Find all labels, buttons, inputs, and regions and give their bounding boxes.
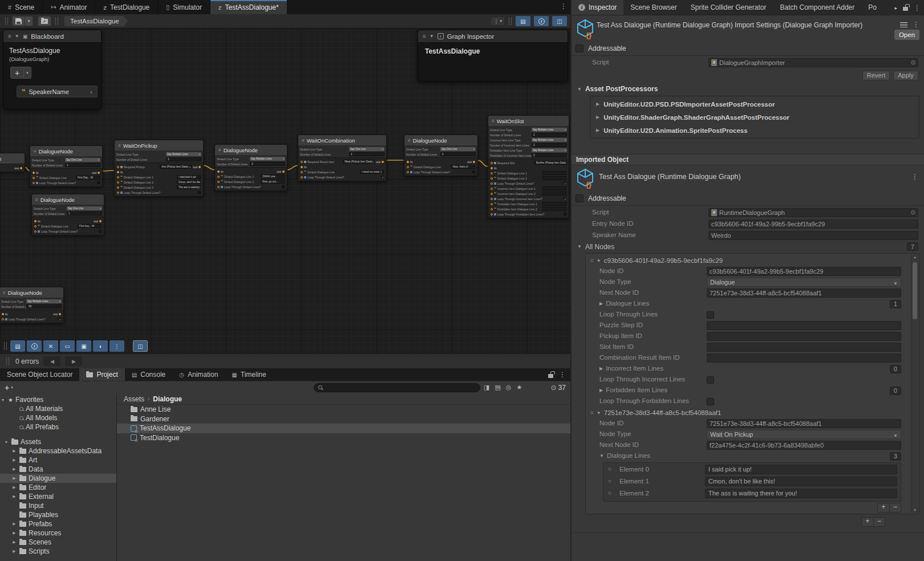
- side-panel-icon[interactable]: ◫: [133, 340, 148, 352]
- count-field[interactable]: 0: [890, 365, 901, 373]
- node-field-input[interactable]: 3: [166, 157, 201, 161]
- output-port[interactable]: [198, 166, 201, 168]
- property-field[interactable]: 7251e73e-38d3-44ff-a8c5-bcf54088aaf1: [707, 288, 901, 298]
- port-dot[interactable]: [407, 166, 409, 168]
- node-field-input[interactable]: 2: [532, 153, 567, 157]
- all-nodes-scrollbar[interactable]: ▲ ▼: [911, 254, 918, 513]
- fold-arrow-icon[interactable]: ▼: [3, 440, 9, 444]
- blackboard-drag-icon[interactable]: ≡: [8, 33, 11, 39]
- node-field-input[interactable]: 2: [532, 143, 567, 147]
- postprocessor-item[interactable]: ▶UnityEditor.U2D.PSD.PSDImporterAssetPos…: [590, 97, 919, 111]
- count-field[interactable]: 3: [890, 452, 901, 461]
- node-field-dropdown[interactable]: Say One Line▾: [67, 206, 102, 210]
- fold-arrow-icon[interactable]: ▼: [597, 410, 601, 416]
- port-dot[interactable]: [491, 188, 493, 190]
- inspector-lock-icon[interactable]: [903, 7, 908, 11]
- node-checkbox[interactable]: ✓: [564, 197, 566, 200]
- file-item-anne-lise[interactable]: Anne Lise: [117, 405, 570, 414]
- property-field[interactable]: f22a475e-4c2f-41c6-9b73-6a83498abfe0: [707, 441, 901, 450]
- blackboard-icon[interactable]: ▣: [76, 340, 91, 352]
- tree-item-assets[interactable]: ▼Assets: [0, 437, 116, 446]
- object-field[interactable]: Meat (Pickup Item Data)⊙: [343, 160, 375, 164]
- row-field[interactable]: Weirdo: [708, 231, 918, 240]
- blackboard-property-speakername[interactable]: “ SpeakerName ‹: [17, 86, 98, 97]
- transition-icon[interactable]: ◗: [93, 340, 108, 352]
- element-value-field[interactable]: I said pick it up!: [705, 465, 897, 474]
- port-dot[interactable]: [491, 203, 493, 205]
- editor-tab-testassdialogue-[interactable]: ƶTestAssDialogue*: [210, 0, 287, 14]
- port-dot[interactable]: [34, 225, 37, 227]
- input-port[interactable]: [2, 313, 4, 315]
- inspector-tab-scene-browser[interactable]: Scene Browser: [623, 0, 683, 15]
- property-dropdown[interactable]: Dialogue▼: [707, 278, 901, 287]
- fold-arrow-icon[interactable]: ▶: [599, 301, 603, 306]
- node-title-bar[interactable]: ≡WaitOnPickup: [115, 140, 203, 151]
- node-title-bar[interactable]: ≡DialogueNode: [404, 135, 477, 145]
- wrench-icon[interactable]: ✕: [43, 340, 58, 352]
- bottom-tab-animation[interactable]: ◷Animation: [172, 368, 225, 381]
- all-nodes-count-field[interactable]: 7: [907, 242, 918, 251]
- graph-breadcrumb[interactable]: TestAssDialogue: [64, 16, 128, 26]
- create-asset-caret[interactable]: ▾: [11, 385, 13, 390]
- node-entry-header[interactable]: =▼c93b5606-401f-49a2-99b5-9ecbf1fa9c29: [586, 255, 910, 266]
- element-value-field[interactable]: Cmon, don't be like this!: [705, 477, 897, 486]
- fold-arrow-icon[interactable]: ▶: [11, 522, 17, 526]
- editor-tab-simulator[interactable]: ▯Simulator: [158, 0, 210, 14]
- fold-arrow-icon[interactable]: ▶: [11, 540, 17, 544]
- property-field[interactable]: 7251e73e-38d3-44ff-a8c5-bcf54088aaf1: [707, 419, 901, 428]
- search-input[interactable]: [325, 384, 476, 391]
- line-text-input[interactable]: First Day... W: [76, 176, 100, 180]
- window-icon[interactable]: ▭: [60, 340, 75, 352]
- graph-node-waitonpickup[interactable]: ≡WaitOnPickupDefault Line TypeSay Multip…: [114, 140, 204, 197]
- port-dot[interactable]: [217, 181, 220, 183]
- imported-object-kebab[interactable]: ⋮: [911, 173, 918, 181]
- node-title-bar[interactable]: ≡DialogueNode: [0, 287, 63, 298]
- input-port[interactable]: [491, 167, 493, 169]
- node-title-bar[interactable]: ≡StartNode: [0, 153, 25, 164]
- node-title-bar[interactable]: ≡WaitOnSlot: [488, 116, 569, 126]
- tree-item-addressableassetsdata[interactable]: ▶AddressableAssetsData: [0, 446, 116, 456]
- property-field[interactable]: [707, 353, 901, 363]
- tree-item-prefabs[interactable]: ▶Prefabs: [0, 519, 116, 529]
- search-by-label-icon[interactable]: ▤: [495, 384, 500, 391]
- property-collapse-icon[interactable]: ‹: [90, 88, 92, 95]
- property-checkbox[interactable]: [707, 376, 714, 384]
- minimap-toggle-icon[interactable]: ◫: [552, 16, 567, 26]
- scroll-up-icon[interactable]: ▲: [913, 255, 917, 259]
- port-dot[interactable]: [491, 193, 493, 195]
- postprocessor-item[interactable]: ▶UnityEditor.ShaderGraph.ShaderGraphAsse…: [590, 111, 919, 124]
- node-field-input[interactable]: 2: [532, 133, 567, 137]
- script-field[interactable]: # DialogueGraphImporter ⊙: [708, 58, 918, 67]
- tree-item-art[interactable]: ▶Art: [0, 456, 116, 465]
- tree-item-editor[interactable]: ▶Editor: [0, 483, 116, 492]
- node-field-dropdown[interactable]: Say Multiple Lines▾: [532, 128, 567, 132]
- node-title-bar[interactable]: ≡DialogueNode: [215, 145, 287, 155]
- favorite-search-icon[interactable]: ★: [516, 384, 522, 391]
- line-text-input[interactable]: Cmon, don't be like this!: [177, 180, 201, 184]
- scroll-down-icon[interactable]: ▼: [913, 509, 917, 512]
- input-port[interactable]: [301, 166, 303, 168]
- property-field[interactable]: c93b5606-401f-49a2-99b5-9ecbf1fa9c29: [707, 267, 901, 276]
- port-dot[interactable]: [2, 318, 4, 320]
- toolbar-drag-handle[interactable]: [5, 17, 8, 25]
- property-field[interactable]: [707, 343, 901, 352]
- node-entry-header[interactable]: =▼7251e73e-38d3-44ff-a8c5-bcf54088aaf1: [586, 407, 910, 418]
- element-drag-handle[interactable]: =: [608, 490, 611, 497]
- port-dot[interactable]: [491, 182, 493, 185]
- postprocessor-item[interactable]: ▶UnityEditor.U2D.Animation.SpritePostPro…: [590, 124, 919, 137]
- fold-arrow-icon[interactable]: ▶: [11, 485, 17, 490]
- tree-item-scenes[interactable]: ▶Scenes: [0, 538, 116, 547]
- output-port[interactable]: [20, 167, 22, 169]
- graph-node-dialoguenode[interactable]: ≡DialogueNodeDefault Line TypeSay Multip…: [0, 287, 64, 323]
- fold-arrow-icon[interactable]: ▶: [11, 449, 17, 453]
- save-options-caret[interactable]: ▾: [25, 16, 33, 26]
- add-property-button[interactable]: +: [10, 67, 24, 79]
- graph-inspector-header[interactable]: ≡ ▼ i Graph Inspector: [418, 30, 568, 43]
- port-dot[interactable]: [491, 172, 493, 174]
- file-item-testdialogue[interactable]: TestDialogue: [117, 433, 570, 443]
- row-field[interactable]: c93b5606-401f-49a2-99b5-9ecbf1fa9c29: [708, 219, 918, 229]
- node-field-dropdown[interactable]: Say Multiple Lines▾: [250, 157, 285, 161]
- element-value-field[interactable]: The ass is waiting there for you!: [705, 489, 897, 498]
- open-button[interactable]: Open: [894, 30, 919, 40]
- port-dot[interactable]: [407, 171, 409, 173]
